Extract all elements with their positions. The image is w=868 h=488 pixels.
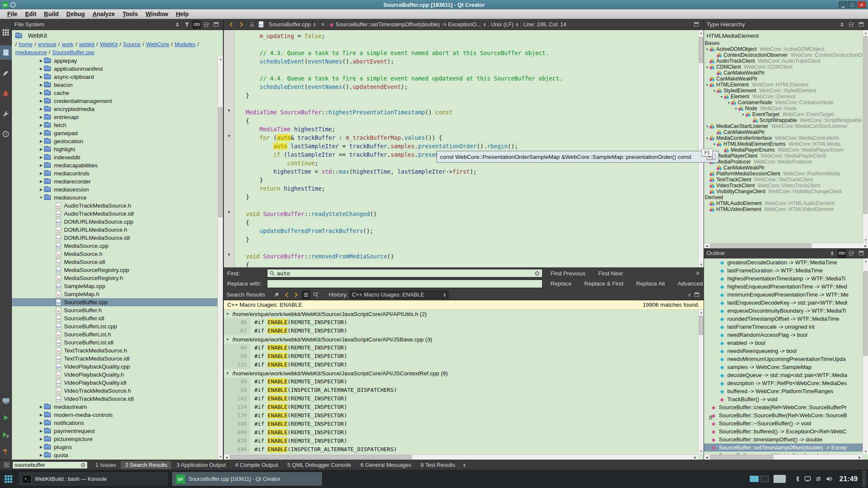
outline-row[interactable]: ◆enabled -> bool [704,339,868,347]
filter-icon[interactable] [183,20,191,29]
result-match-row[interactable]: 115#if ENABLE(REMOTE_INSPECTOR) [224,360,704,369]
locator-icon[interactable] [2,461,11,469]
pane-button-6-general-messages[interactable]: 6 General Messages [356,461,416,469]
code-line[interactable]: return highestTime; [246,184,704,193]
hierarchy-row-HTMLAudioElement[interactable]: HTMLAudioElementWebCore::HTMLAudioElemen… [704,200,868,206]
code-line[interactable]: m_updating = false; [246,32,704,40]
code-line[interactable]: { [246,116,704,125]
hierarchy-row-StyledElement[interactable]: ▼StyledElementWebCore::StyledElement [704,88,868,94]
result-group-row[interactable]: ▼/home/enrique/work/webkit/WebKit/Source… [224,310,704,318]
run-icon[interactable] [0,410,12,425]
expand-arrow-icon[interactable]: ▶ [38,139,44,143]
hierarchy-row-TextTrackClient[interactable]: TextTrackClientWebCore::TextTrackClient [704,177,868,183]
results-scrollbar[interactable]: ▲ ▼ [698,310,704,454]
breadcrumb-link[interactable]: work [62,41,73,47]
tree-row-plugins[interactable]: ▶plugins [12,443,223,451]
next-result-icon[interactable] [292,291,300,299]
hierarchy-row-HTMLElement[interactable]: ▼HTMLElementWebCore::HTMLElement [704,82,868,88]
tree-row-entriesapi[interactable]: ▶entriesapi [12,113,223,121]
type-hierarchy-hscrollbar[interactable]: ◀ ▶ [704,243,868,248]
outline-hscrollbar[interactable]: ◀ ▶ [704,454,862,460]
tree-row-SampleMap.cpp[interactable]: C+SampleMap.cpp [12,282,223,290]
tree-row-paymentrequest[interactable]: ▶paymentrequest [12,427,223,435]
code-line[interactable]: } [246,176,704,184]
pane-popout-icon[interactable] [693,291,701,299]
code-line[interactable] [246,244,704,252]
close-button[interactable]: ✕ [857,1,866,8]
tree-row-DOMURLMediaSource.idl[interactable]: txtDOMURLMediaSource.idl [12,234,223,242]
tree-row-MediaSourceRegistry.cpp[interactable]: C+MediaSourceRegistry.cpp [12,266,223,274]
collapse-arrow-icon[interactable]: ▼ [705,125,709,128]
mode-welcome-icon[interactable] [0,25,12,39]
expand-arrow-icon[interactable]: ▶ [38,107,44,111]
code-view[interactable]: m_updating = false; // 4.3. Queue a task… [235,30,704,267]
tree-row-AudioTrackMediaSource.idl[interactable]: txtAudioTrackMediaSource.idl [12,210,223,218]
hierarchy-row-ContainerNode[interactable]: ▼ContainerNodeWebCore::ContainerNode [704,100,868,105]
expand-arrow-icon[interactable]: ▶ [38,155,44,159]
fold-marker-icon[interactable]: ▼ [224,106,234,115]
tree-row-credentialmanagement[interactable]: ▶credentialmanagement [12,97,223,105]
outline-row[interactable]: ◆description -> WTF::RefPtr<WebCore::Med… [704,379,868,387]
debug-run-icon[interactable] [0,427,12,442]
code-line[interactable]: for (auto& trackBuffer : m_trackBufferMa… [246,133,704,142]
code-line[interactable]: { [246,261,704,267]
tree-row-MediaSourceRegistry.h[interactable]: hMediaSourceRegistry.h [12,274,223,282]
collapse-arrow-icon[interactable]: ▼ [734,107,738,110]
outline-row[interactable]: ◆needsMinimumUpcomingPresentationTimeUpd… [704,355,868,363]
outline-row[interactable]: ◆needRandomAccessFlag -> bool [704,331,868,339]
replace-button[interactable]: Replace [546,280,576,287]
expand-arrow-icon[interactable]: ▶ [38,75,44,79]
expand-arrow-icon[interactable]: ▶ [38,453,44,457]
tree-row-beacon[interactable]: ▶beacon [12,81,223,89]
tree-row-VideoTrackMediaSource.idl[interactable]: txtVideoTrackMediaSource.idl [12,395,223,403]
code-line[interactable]: updateBufferedFromTrackBuffers(); [246,227,704,235]
scrollbar-thumb[interactable] [699,316,703,335]
tree-row-SampleMap.h[interactable]: hSampleMap.h [12,290,223,298]
scrollbar-thumb[interactable] [710,455,773,459]
type-hierarchy-scrollbar[interactable]: ▲ ▼ [862,30,868,243]
result-match-row[interactable]: 40#if ENABLE(REMOTE_INSPECTOR) [224,344,704,352]
hierarchy-row-CanMakeWeakPtr[interactable]: CanMakeWeakPtr [704,129,868,135]
task-button[interactable]: >_WebKitBuild : bash — Konsole [18,471,169,486]
result-match-row[interactable]: 428#if ENABLE(REMOTE_INSPECTOR) [224,437,704,445]
locator-field[interactable] [12,461,88,469]
tree-row-modern-media-controls[interactable]: ▶modern-media-controls [12,411,223,419]
hierarchy-row-HTMLMediaElementEnums[interactable]: ▼HTMLMediaElementEnumsWebCore::HTMLMedia [704,141,868,147]
outline-row[interactable]: ◆SourceBuffer::create(Ref<WebCore::Sourc… [704,403,868,411]
result-match-row[interactable]: 58#if ENABLE(REMOTE_INSPECTOR) [224,352,704,360]
desktop-1[interactable] [750,476,759,482]
outline-row[interactable]: ◆roundedTimestampOffset -> WTF::MediaTim… [704,315,868,323]
breadcrumb-link[interactable]: WebKit [100,41,118,47]
pane-button-8-test-results[interactable]: 8 Test Results [416,461,459,469]
outline-row[interactable]: ◆SourceBuffer::SourceBuffer(Ref<WebCore:… [704,411,868,419]
fold-marker-icon[interactable]: ▼ [224,250,234,259]
collapse-arrow-icon[interactable]: ▼ [226,372,230,375]
fold-marker-icon[interactable]: ▼ [224,208,234,216]
code-line[interactable]: // 4.3. Queue a task to fire a simple ev… [246,49,704,57]
tree-row-MediaSource.h[interactable]: hMediaSource.h [12,250,223,258]
tree-row-async-clipboard[interactable]: ▶async-clipboard [12,73,223,81]
tree-row-SourceBuffer.cpp[interactable]: C+SourceBuffer.cpp [12,298,223,306]
tree-row-MediaSource.idl[interactable]: txtMediaSource.idl [12,258,223,266]
hierarchy-row-CDMClient[interactable]: ▼CDMClientWebCore::CDMClient [704,64,868,70]
tree-row-SourceBuffer.idl[interactable]: txtSourceBuffer.idl [12,314,223,322]
collapse-arrow-icon[interactable]: ▼ [712,89,717,92]
show-desktop-button[interactable] [862,471,866,487]
hierarchy-row-HTMLVideoElement[interactable]: HTMLVideoElementWebCore::HTMLVideoElemen… [704,206,868,212]
previous-result-icon[interactable] [282,291,291,299]
new-search-icon[interactable] [312,291,320,299]
scrollbar-thumb[interactable] [230,455,412,459]
expand-arrow-icon[interactable]: ▶ [38,445,44,449]
code-line[interactable]: void SourceBuffer::removedFromMediaSourc… [246,252,704,261]
scrollbar-thumb[interactable] [863,36,868,214]
popout-panel-icon[interactable] [857,249,865,258]
hierarchy-row-MediaPlayerEnums[interactable]: MediaPlayerEnumsWebCore::MediaPlayerEnum [704,147,868,153]
result-match-row[interactable]: 142#if ENABLE(REMOTE_INSPECTOR) [224,394,704,403]
result-match-row[interactable]: 370#if ENABLE(REMOTE_INSPECTOR) [224,411,704,420]
expand-arrow-icon[interactable]: ▶ [38,437,44,441]
result-match-row[interactable]: 48#if ENABLE(REMOTE_INSPECTOR) [224,318,704,327]
maximize-button[interactable]: ▢ [848,1,857,8]
tree-row-encryptedmedia[interactable]: ▶encryptedmedia [12,105,223,113]
split-panel-icon[interactable] [202,20,211,29]
code-line[interactable]: auto lastSampleIter = trackBuffer.sample… [246,142,704,150]
